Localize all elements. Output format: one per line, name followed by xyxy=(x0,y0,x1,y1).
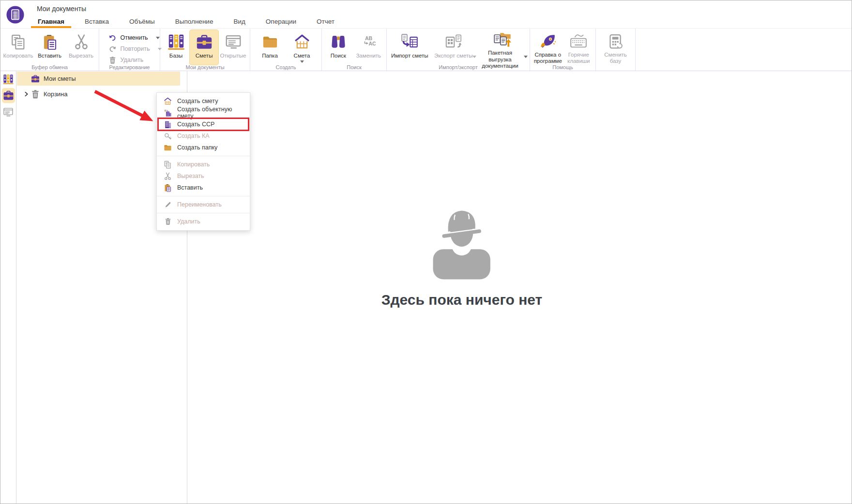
bases-button[interactable]: Базы xyxy=(162,30,190,65)
binoculars-icon xyxy=(330,34,347,50)
copy-icon xyxy=(10,34,27,50)
redo-icon xyxy=(108,45,117,53)
trash-icon xyxy=(30,89,40,99)
ribbon: Копировать Вставить Вырезать Буфер обмен… xyxy=(0,28,852,71)
copy-button[interactable]: Копировать xyxy=(2,30,34,65)
export-estimate-button[interactable]: Экспорт сметы xyxy=(431,30,476,65)
batch-export-button[interactable]: Пакетная выгрузка документации xyxy=(476,30,528,65)
opened-windows-icon xyxy=(2,106,14,118)
trash-icon xyxy=(108,56,117,64)
create-folder-button[interactable]: Папка xyxy=(254,30,286,65)
sidebar-item-bases[interactable] xyxy=(2,73,15,86)
tab-obyomy[interactable]: Объёмы xyxy=(119,15,165,28)
menu-item-create-ssr[interactable]: Создать ССР xyxy=(157,119,250,130)
pencil-icon xyxy=(164,201,172,208)
empty-state: Здесь пока ничего нет xyxy=(381,195,543,308)
menu-item-create-estimate[interactable]: Создать смету xyxy=(157,95,250,107)
svg-text:AC: AC xyxy=(369,41,376,46)
ribbon-group-clipboard: Копировать Вставить Вырезать Буфер обмен… xyxy=(0,29,99,71)
batch-export-icon xyxy=(493,31,511,50)
bases-icon xyxy=(2,74,14,85)
scissors-icon xyxy=(164,172,172,180)
context-menu: Создать смету Создать объектную смету Со… xyxy=(156,92,250,231)
window-title: Мои документы xyxy=(37,5,86,13)
menu-item-delete[interactable]: Удалить xyxy=(157,216,250,227)
menu-item-cut[interactable]: Вырезать xyxy=(157,170,250,182)
menu-item-create-object-estimate[interactable]: Создать объектную смету xyxy=(157,107,250,119)
create-estimate-button[interactable]: Смета xyxy=(286,30,318,65)
house-icon xyxy=(164,97,172,105)
estimates-button[interactable]: Сметы xyxy=(190,30,218,65)
group-label-clipboard: Буфер обмена xyxy=(0,64,99,70)
group-label-create: Создать xyxy=(250,64,321,70)
menu-item-create-ka[interactable]: Создать КА xyxy=(157,130,250,142)
replace-button[interactable]: AB AC Заменить xyxy=(353,30,384,65)
folder-icon xyxy=(164,144,172,152)
rocket-icon xyxy=(540,33,556,50)
chevron-down-icon[interactable] xyxy=(524,56,528,58)
menu-separator xyxy=(157,156,250,156)
group-label-editing: Редактирование xyxy=(99,64,160,70)
ribbon-group-search: Поиск AB AC Заменить Поиск xyxy=(322,29,387,71)
help-about-button[interactable]: Справка о программе xyxy=(532,30,563,65)
tab-operacii[interactable]: Операции xyxy=(256,15,306,28)
chevron-down-icon[interactable] xyxy=(472,56,476,58)
tree-item-my-estimates[interactable]: Мои сметы xyxy=(17,72,180,86)
redo-button[interactable]: Повторить xyxy=(108,44,153,53)
tab-glavnaya[interactable]: Главная xyxy=(28,15,75,28)
chevron-down-icon[interactable] xyxy=(156,37,160,39)
briefcase-icon xyxy=(2,89,15,102)
paste-button[interactable]: Вставить xyxy=(34,30,65,65)
opened-button[interactable]: Открытые xyxy=(218,30,248,65)
tab-vypolnenie[interactable]: Выполнение xyxy=(165,15,224,28)
undo-button[interactable]: Отменить xyxy=(108,33,153,42)
group-label-help: Помощь xyxy=(530,64,595,70)
menu-item-create-folder[interactable]: Создать папку xyxy=(157,142,250,153)
bases-icon xyxy=(167,33,185,51)
worker-icon xyxy=(425,195,499,283)
ribbon-group-change-db: Сменить базу xyxy=(596,29,636,71)
menu-separator xyxy=(157,196,250,196)
paste-icon xyxy=(42,34,58,50)
ribbon-group-editing: Отменить Повторить Удалить Редактировани… xyxy=(99,29,160,71)
keyboard-icon xyxy=(569,32,588,51)
export-icon xyxy=(444,33,463,51)
folder-icon xyxy=(262,34,278,50)
import-icon xyxy=(400,33,419,51)
menu-item-paste[interactable]: Вставить xyxy=(157,182,250,193)
hotkeys-button[interactable]: Горячие клавиши xyxy=(563,30,593,65)
delete-button[interactable]: Удалить xyxy=(108,56,153,64)
cut-button[interactable]: Вырезать xyxy=(65,30,97,65)
ribbon-group-import-export: Импорт сметы Экспорт сметы Пакетная выгр… xyxy=(387,29,530,71)
import-estimate-button[interactable]: Импорт сметы xyxy=(389,30,431,65)
chevron-down-icon[interactable] xyxy=(300,60,304,63)
ribbon-tabbar: Главная Вставка Объёмы Выполнение Вид Оп… xyxy=(28,15,345,28)
trash-icon xyxy=(164,218,172,225)
change-database-button[interactable]: Сменить базу xyxy=(599,30,633,65)
chevron-right-icon[interactable] xyxy=(24,91,29,97)
menu-item-copy[interactable]: Копировать xyxy=(157,159,250,170)
replace-icon: AB AC xyxy=(361,35,376,49)
opened-windows-icon xyxy=(224,33,243,51)
tab-vstavka[interactable]: Вставка xyxy=(75,15,119,28)
briefcase-icon xyxy=(195,33,213,51)
ribbon-group-help: Справка о программе Горячие клавиши Помо… xyxy=(530,29,596,71)
tab-vid[interactable]: Вид xyxy=(223,15,255,28)
scissors-icon xyxy=(73,34,90,50)
key-magnifier-icon xyxy=(164,132,172,140)
copy-icon xyxy=(164,161,172,169)
ribbon-spacer xyxy=(636,29,852,71)
paste-icon xyxy=(164,184,172,192)
left-sidebar xyxy=(0,71,16,504)
empty-state-message: Здесь пока ничего нет xyxy=(381,292,543,308)
sidebar-item-opened[interactable] xyxy=(2,105,15,119)
sidebar-item-estimates[interactable] xyxy=(2,88,15,103)
tab-otchet[interactable]: Отчет xyxy=(306,15,345,28)
menu-item-rename[interactable]: Переименовать xyxy=(157,199,250,210)
briefcase-icon xyxy=(30,74,40,84)
calculator-icon xyxy=(608,33,624,50)
ribbon-group-create: Папка Смета Создать xyxy=(250,29,322,71)
search-button[interactable]: Поиск xyxy=(324,30,353,65)
building-crane-icon xyxy=(164,109,172,117)
group-label-import-export: Импорт/экспорт xyxy=(387,64,530,70)
